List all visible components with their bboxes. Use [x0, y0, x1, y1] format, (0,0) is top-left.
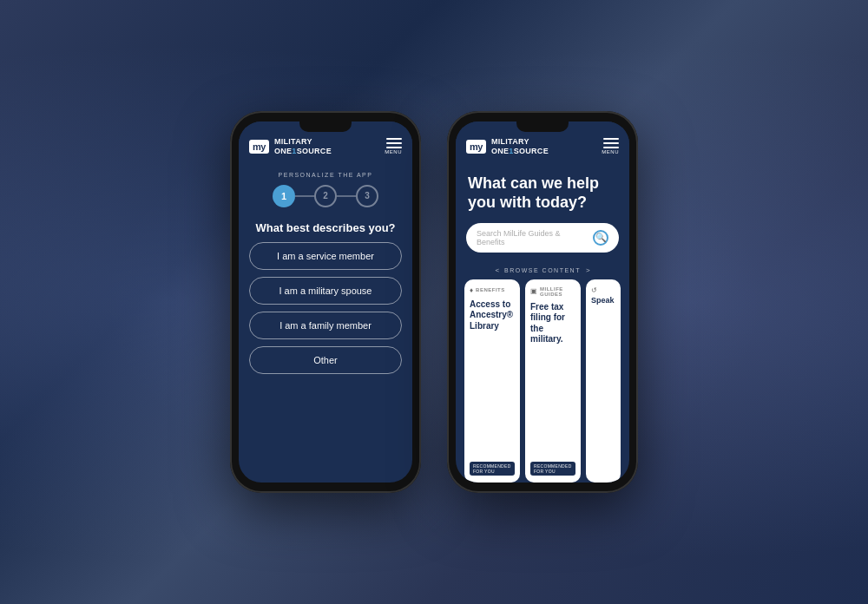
step-2[interactable]: 2: [314, 185, 337, 207]
headline-text: What can we help you with today?: [456, 165, 629, 223]
search-magnifier: 🔍: [595, 233, 606, 242]
option-family-member[interactable]: I am a family member: [249, 312, 402, 339]
search-placeholder: Search MilLife Guides & Benefits: [477, 229, 588, 246]
card-benefits-title: Access to Ancestry® Library: [470, 299, 515, 332]
logo-one: ONE: [274, 147, 292, 156]
millife-label: MILLIFE GUIDES: [540, 286, 575, 297]
card-millife-title: Free tax filing for the military.: [530, 302, 575, 345]
card-benefits[interactable]: ♦ BENEFITS Access to Ancestry® Library R…: [464, 279, 520, 483]
option-military-spouse[interactable]: I am a military spouse: [249, 277, 402, 305]
recommended-badge-2: RECOMMENDED FOR YOU: [530, 462, 575, 476]
steps-section: PERSONALIZE THE APP 1 2 3: [239, 165, 412, 211]
main-container: my MILITARY ONE1SOURCE MENU: [0, 0, 868, 604]
options-list: I am a service member I am a military sp…: [239, 242, 412, 483]
steps-row: 1 2 3: [273, 185, 378, 207]
millife-icon: ▣: [530, 287, 537, 295]
logo-my-badge-right: my: [466, 140, 486, 154]
card-benefits-category: ♦ BENEFITS: [470, 286, 515, 294]
menu-label-left: MENU: [385, 149, 402, 154]
phone-right-header: my MILITARY ONE1SOURCE MENU: [456, 121, 629, 165]
recommended-badge-1: RECOMMENDED FOR YOU: [470, 462, 515, 476]
step-line-2: [337, 195, 356, 197]
logo-military-right: MILITARY: [491, 137, 549, 147]
logo-right: my MILITARY ONE1SOURCE: [466, 137, 549, 156]
consult-icon: ↺: [591, 286, 597, 294]
logo-source-right: SOURCE: [514, 147, 549, 156]
browse-content-label: BROWSE CONTENT: [504, 267, 581, 273]
phone-right-screen: my MILITARY ONE1SOURCE MENU What: [456, 121, 629, 483]
card-partial-category: ↺: [591, 286, 615, 294]
step-line-1: [295, 195, 314, 197]
cards-row: ♦ BENEFITS Access to Ancestry® Library R…: [456, 279, 629, 483]
question-text: What best describes you?: [239, 211, 412, 243]
option-other[interactable]: Other: [249, 346, 402, 374]
logo-text-left: MILITARY ONE1SOURCE: [274, 137, 332, 156]
logo-one-right: ONE: [491, 147, 509, 156]
menu-label-right: MENU: [602, 149, 619, 154]
logo-my-badge: my: [249, 140, 269, 154]
card-millife[interactable]: ▣ MILLIFE GUIDES Free tax filing for the…: [525, 279, 581, 483]
logo-onesource-right: ONE1SOURCE: [491, 147, 549, 156]
card-partial-title: Speak w... consulta...: [591, 296, 615, 305]
benefits-icon: ♦: [470, 286, 473, 294]
phone-left-header: my MILITARY ONE1SOURCE MENU: [239, 121, 412, 165]
browse-bar: < BROWSE CONTENT >: [456, 261, 629, 279]
browse-right-arrow[interactable]: >: [586, 266, 590, 274]
phone-left: my MILITARY ONE1SOURCE MENU: [230, 111, 421, 493]
step-3[interactable]: 3: [356, 185, 378, 207]
step-1[interactable]: 1: [273, 185, 295, 207]
personalize-label: PERSONALIZE THE APP: [279, 172, 373, 178]
phone-left-screen: my MILITARY ONE1SOURCE MENU: [239, 121, 412, 483]
search-bar[interactable]: Search MilLife Guides & Benefits 🔍: [466, 223, 619, 253]
menu-button-right[interactable]: MENU: [602, 138, 619, 154]
card-millife-category: ▣ MILLIFE GUIDES: [530, 286, 575, 297]
logo-source: SOURCE: [297, 147, 332, 156]
logo-left: my MILITARY ONE1SOURCE: [249, 137, 332, 156]
logo-text-right: MILITARY ONE1SOURCE: [491, 137, 549, 156]
hamburger-icon-right: [602, 138, 619, 148]
logo-military: MILITARY: [274, 137, 332, 147]
logo-onesource: ONE1SOURCE: [274, 147, 332, 156]
browse-left-arrow[interactable]: <: [495, 266, 499, 274]
menu-button-left[interactable]: MENU: [385, 138, 402, 154]
search-icon[interactable]: 🔍: [593, 230, 608, 246]
card-partial[interactable]: ↺ Speak w... consulta...: [586, 279, 621, 483]
benefits-label: BENEFITS: [476, 287, 505, 292]
phone-right: my MILITARY ONE1SOURCE MENU What: [447, 111, 638, 493]
option-service-member[interactable]: I am a service member: [249, 242, 402, 270]
hamburger-icon: [385, 138, 402, 148]
